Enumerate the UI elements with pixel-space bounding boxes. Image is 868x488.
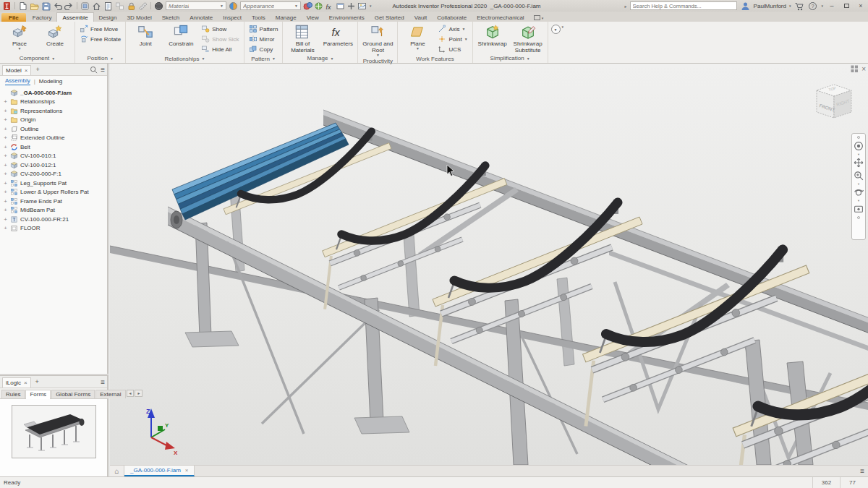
search-expand-arrow[interactable]: ▸ <box>625 4 627 9</box>
ribbon-tab-inspect[interactable]: Inspect <box>218 13 247 22</box>
tree-item-representations[interactable]: +Representations <box>0 106 107 116</box>
copy-button[interactable]: Copy <box>247 44 280 54</box>
tree-item-cv-200-000-f-1[interactable]: +CV-200-000-F:1 <box>0 170 107 179</box>
panel-label-simplification[interactable]: Simplification▼ <box>473 53 548 63</box>
search-box[interactable] <box>630 1 737 10</box>
search-input[interactable] <box>631 3 736 9</box>
zoom-icon[interactable] <box>854 170 864 181</box>
app-logo-button[interactable] <box>1 1 12 11</box>
minimize-button[interactable]: – <box>826 1 838 11</box>
look-at-icon[interactable] <box>854 203 864 215</box>
ribbon-display-toggle[interactable]: ▾ <box>534 15 544 22</box>
mirror-button[interactable]: Mirror <box>247 34 280 44</box>
panel-label-work-features[interactable]: Work Features <box>398 54 472 63</box>
tree-item-midbeam-pat[interactable]: +MidBeam Pat <box>0 206 107 215</box>
expand-icon[interactable]: + <box>3 144 8 150</box>
panel-label-component[interactable]: Component▼ <box>0 53 75 63</box>
subtab-assembly[interactable]: Assembly <box>5 77 30 85</box>
ribbon-overflow-button[interactable]: ▼ <box>551 25 561 34</box>
ribbon-tab-vault[interactable]: Vault <box>409 13 433 22</box>
ribbon-tab-tools[interactable]: Tools <box>247 13 271 22</box>
expand-icon[interactable]: + <box>3 207 8 213</box>
expand-icon[interactable]: + <box>3 171 8 177</box>
navigation-wheel-icon[interactable] <box>854 140 864 152</box>
subtab-modeling[interactable]: Modeling <box>39 78 62 85</box>
document-tabs-menu-icon[interactable]: ≡ <box>860 467 864 475</box>
free-move-button[interactable]: Free Move <box>78 24 122 34</box>
expand-icon[interactable]: + <box>3 162 8 168</box>
orbit-icon[interactable] <box>854 187 864 198</box>
navbar-grip[interactable] <box>857 136 860 139</box>
ucs-button[interactable]: UCS <box>436 44 469 54</box>
tree-item-lower-upper-rollers-pat[interactable]: +Lower & Upper Rollers Pat <box>0 188 107 197</box>
undo-button[interactable] <box>52 1 63 11</box>
tree-item-origin[interactable]: +Origin <box>0 116 107 125</box>
document-tab[interactable]: _GA-000-000-F.iam × <box>124 466 195 476</box>
material-combo[interactable]: Material ▼ <box>166 1 226 10</box>
derive-button[interactable] <box>114 1 125 11</box>
new-doc-button[interactable] <box>17 1 28 11</box>
parameters-button[interactable]: fxParameters <box>321 23 354 47</box>
ribbon-tab-electromechanical[interactable]: Electromechanical <box>472 13 529 22</box>
ribbon-tab-view[interactable]: View <box>302 13 324 22</box>
chevron-down-icon[interactable]: ▾ <box>562 25 564 29</box>
panel-label-position[interactable]: Position▼ <box>75 53 125 63</box>
tree-item-cv-100-000-fr-21[interactable]: +CV-100-000-FR:21 <box>0 215 107 224</box>
tree-item-outline[interactable]: +Outline <box>0 124 107 134</box>
panel-label-relationships[interactable]: Relationships▼ <box>126 54 243 63</box>
pan-icon[interactable] <box>854 157 864 168</box>
ribbon-tab-factory[interactable]: Factory <box>27 13 57 22</box>
navbar-grip[interactable] <box>857 216 860 219</box>
ilogic-subtab-global-forms[interactable]: Global Forms <box>51 390 95 398</box>
plane-button[interactable]: Plane▼ <box>401 23 434 51</box>
create-button[interactable]: Create <box>38 23 72 47</box>
scroll-right-icon[interactable]: ► <box>135 390 142 397</box>
panel-label-productivity[interactable]: Productivity <box>358 58 397 64</box>
show-sick-button[interactable]: Show Sick <box>200 34 240 44</box>
free-rotate-button[interactable]: Free Rotate <box>78 34 122 44</box>
help-menu-arrow[interactable]: ▾ <box>821 4 823 8</box>
help-icon[interactable]: ? <box>807 1 818 11</box>
tree-item-cv-100-010-1[interactable]: +CV-100-010:1 <box>0 152 107 161</box>
add-ilogic-tab-button[interactable]: + <box>33 378 41 385</box>
close-icon[interactable]: × <box>25 67 28 74</box>
ribbon-tab-assemble[interactable]: Assemble <box>56 12 93 22</box>
tree-item-cv-100-012-1[interactable]: +CV-100-012:1 <box>0 160 107 170</box>
close-document-icon[interactable]: × <box>861 65 866 73</box>
panel-label-pattern[interactable]: Pattern▼ <box>244 54 283 63</box>
shrinkwrap-substitute-button[interactable]: Shrinkwrap Substitute <box>511 23 545 53</box>
chevron-down-icon[interactable]: ▼ <box>857 200 860 202</box>
ilogic-subtab-rules[interactable]: Rules <box>1 390 25 398</box>
expand-icon[interactable]: + <box>3 216 8 223</box>
expand-icon[interactable]: + <box>3 225 8 231</box>
ribbon-tab-environments[interactable]: Environments <box>324 13 370 22</box>
constrain-button[interactable]: Constrain <box>164 23 197 47</box>
close-icon[interactable]: × <box>185 467 189 474</box>
ilogic-menu-icon[interactable]: ≡ <box>101 378 105 386</box>
iproperties-button[interactable] <box>80 1 90 11</box>
tile-windows-icon[interactable] <box>851 65 859 73</box>
home-tab-button[interactable]: ⌂ <box>110 466 124 476</box>
tree-item-relationships[interactable]: +Relationships <box>0 98 107 107</box>
ground-and-root-button[interactable]: Ground and Root▼ <box>361 23 394 58</box>
ribbon-tab-manage[interactable]: Manage <box>271 13 302 22</box>
hide-all-button[interactable]: Hide All <box>200 44 240 54</box>
restore-button[interactable] <box>841 1 852 11</box>
appearance-sphere-icon[interactable] <box>228 1 239 11</box>
browser-tab-model[interactable]: Model × <box>2 65 31 75</box>
search-icon[interactable] <box>90 66 98 74</box>
form-thumbnail-button[interactable] <box>12 405 96 458</box>
bill-of-materials-button[interactable]: Bill of Materials <box>286 23 319 53</box>
ribbon-tab-annotate[interactable]: Annotate <box>184 13 218 22</box>
show-button[interactable]: Show <box>200 24 240 34</box>
expand-icon[interactable]: + <box>3 198 8 205</box>
drawing-button[interactable] <box>103 1 114 11</box>
close-icon[interactable]: × <box>24 380 27 386</box>
chevron-down-icon[interactable]: ▼ <box>857 153 860 155</box>
expand-icon[interactable]: + <box>3 98 8 105</box>
ilogic-tab[interactable]: iLogic × <box>2 377 31 388</box>
ilogic-subtab-external[interactable]: External <box>95 390 125 398</box>
ribbon-tab-sketch[interactable]: Sketch <box>157 13 184 22</box>
ribbon-tab-design[interactable]: Design <box>94 13 122 22</box>
ilogic-subtab-forms[interactable]: Forms <box>25 390 51 399</box>
